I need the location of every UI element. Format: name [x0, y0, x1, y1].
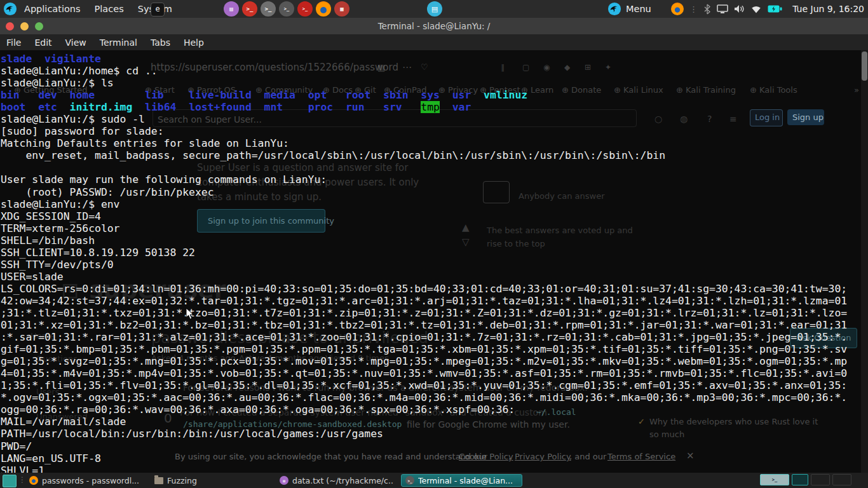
- workspace-2[interactable]: [792, 474, 808, 485]
- terminal-line: g=01;35:*.svgz=01;35:*.mng=01;35:*.pcx=0…: [1, 355, 847, 367]
- workspace-1[interactable]: >_: [760, 474, 789, 485]
- taskbar-item[interactable]: >_Terminal - slade@Lian...: [401, 474, 522, 487]
- terminal-launcher-darkred-icon[interactable]: >_: [297, 1, 313, 17]
- terminal-line: slade@LianYu:/$ sudo -l: [1, 113, 847, 125]
- menu-help[interactable]: Help: [184, 37, 204, 48]
- window-title: Terminal - slade@LianYu: /: [0, 18, 868, 34]
- terminal-line: SHELL=/bin/bash: [1, 234, 847, 247]
- show-desktop-button[interactable]: [3, 475, 17, 487]
- terminal-line: 01;31:*.xz=01;31:*.bz2=01;31:*.bz=01;31:…: [1, 319, 847, 331]
- terminal-line: SSH_CLIENT=10.8.19.129 50138 22: [1, 247, 847, 259]
- terminal-line: LANG=en_US.UTF-8: [1, 452, 847, 464]
- terminal-line: :*.sar=01;31:*.rar=01;31:*.alz=01;31:*.a…: [1, 331, 847, 343]
- clipboard-launcher-icon[interactable]: ▦: [334, 1, 349, 17]
- menu-terminal[interactable]: Terminal: [100, 37, 137, 48]
- launcher-group: ▤>_>_>_>_▦: [224, 1, 349, 17]
- terminal-line: TERM=xterm-256color: [1, 222, 847, 234]
- panel-menu-applications[interactable]: Applications: [24, 4, 81, 14]
- menu-file[interactable]: File: [6, 37, 21, 48]
- menu-label: Menu: [626, 4, 651, 14]
- terminal-line: slade@LianYu:/$ ls: [1, 77, 847, 89]
- volume-icon[interactable]: [734, 4, 745, 13]
- firefox-launcher-icon[interactable]: [316, 1, 331, 17]
- firefox-icon: [29, 476, 38, 485]
- terminal-line: 1;35:*.fli=01;35:*.flv=01;35:*.gl=01;35:…: [1, 379, 847, 391]
- top-panel: ApplicationsPlacesSystem e ▤>_>_>_>_▦ ▤ …: [0, 0, 868, 18]
- clock[interactable]: Tue Jun 9, 16:20: [792, 0, 864, 18]
- workspace-pager: >_: [760, 474, 851, 487]
- terminal-line: USER=slade: [1, 271, 847, 283]
- terminal-line: LS_COLORS=rs=0:di=01;34:ln=01;36:mh=00:p…: [1, 283, 847, 295]
- terminal-line: [sudo] password for slade:: [1, 125, 847, 137]
- terminal-line: slade vigilante: [1, 53, 847, 65]
- terminal-line: ;31:*.tlz=01;31:*.txz=01;31:*.tzo=01;31:…: [1, 307, 847, 319]
- menu-view[interactable]: View: [65, 37, 86, 48]
- terminal-scrollbar[interactable]: [861, 50, 868, 473]
- workspace-3[interactable]: [811, 474, 830, 485]
- terminal-menubar: FileEditViewTerminalTabsHelp: [0, 34, 868, 50]
- whisker-menu-button[interactable]: Menu: [607, 0, 651, 18]
- panel-menu-places[interactable]: Places: [95, 4, 124, 14]
- kali-menu-icon: [607, 2, 621, 16]
- terminal-line: Matching Defaults entries for slade on L…: [1, 137, 847, 149]
- menu-edit[interactable]: Edit: [34, 37, 51, 48]
- tray-separator: ⋮: [689, 4, 698, 14]
- document-icon: ▤: [280, 476, 288, 485]
- files-launcher-icon[interactable]: ▤: [224, 1, 239, 17]
- kali-logo-icon[interactable]: [3, 2, 17, 16]
- terminal-launcher-darkgray-icon[interactable]: >_: [279, 1, 294, 17]
- terminal-line: boot etc initrd.img lib64 lost+found mnt…: [1, 101, 847, 113]
- taskbar-item[interactable]: ▤data.txt (~/tryhackme/c...: [276, 474, 397, 487]
- workspace-4[interactable]: [832, 474, 851, 485]
- taskbar-item-label: Terminal - slade@Lian...: [418, 476, 513, 485]
- terminal-line: gif=01;35:*.bmp=01;35:*.pbm=01;35:*.pgm=…: [1, 343, 847, 355]
- terminal-line: bin dev home lib live-build media opt ro…: [1, 89, 847, 101]
- terminal-line: (root) PASSWD: /usr/bin/pkexec: [1, 186, 847, 198]
- system-tray: ⋮: [671, 0, 782, 18]
- taskbar-item-label: passwords - passwordl...: [42, 476, 139, 485]
- terminal-line: SSH_TTY=/dev/pts/0: [1, 259, 847, 271]
- bluetooth-icon[interactable]: [703, 4, 711, 15]
- terminal-icon: >_: [405, 476, 414, 485]
- network-icon[interactable]: [750, 5, 762, 13]
- taskbar-item[interactable]: Fuzzing: [151, 474, 272, 487]
- terminal-line: MAIL=/var/mail/slade: [1, 416, 847, 428]
- panel-applet-icon[interactable]: e: [151, 3, 165, 17]
- firefox-icon[interactable]: [671, 3, 684, 15]
- display-icon[interactable]: [717, 4, 728, 14]
- mouse-cursor: [186, 308, 194, 320]
- window-titlebar[interactable]: Terminal - slade@LianYu: /: [0, 18, 868, 34]
- terminal-line: slade@LianYu:/home$ cd ..: [1, 65, 847, 77]
- terminal-line: *.ogv=01;35:*.ogx=01;35:*.aac=00;36:*.au…: [1, 391, 847, 403]
- terminal-output: slade vigilanteslade@LianYu:/home$ cd ..…: [1, 53, 847, 477]
- folder-icon: [154, 477, 163, 484]
- terminal-line: 4=01;35:*.m4v=01;35:*.mp4v=01;35:*.vob=0…: [1, 367, 847, 379]
- terminal-line: [1, 161, 847, 173]
- terminal-line: slade@LianYu:/$ env: [1, 198, 847, 210]
- scrollbar-thumb[interactable]: [862, 51, 867, 81]
- taskbar: ⋮ passwords - passwordl...Fuzzing▤data.t…: [0, 473, 868, 488]
- terminal-line: ogg=00;36:*.ra=00;36:*.wav=00;36:*.axa=0…: [1, 403, 847, 416]
- terminal-line: XDG_SESSION_ID=4: [1, 210, 847, 222]
- terminal-line: PATH=/usr/local/bin:/usr/bin:/bin:/usr/l…: [1, 428, 847, 440]
- terminal-line: env_reset, mail_badpass, secure_path=/us…: [1, 149, 847, 161]
- terminal-launcher-gray-icon[interactable]: >_: [261, 1, 276, 17]
- terminal-line: 42:ow=34;42:st=37;44:ex=01;32:*.tar=01;3…: [1, 295, 847, 307]
- battery-icon[interactable]: [768, 5, 782, 13]
- taskbar-item-label: data.txt (~/tryhackme/c...: [292, 476, 393, 485]
- terminal-line: User slade may run the following command…: [1, 173, 847, 186]
- terminal-launcher-red-icon[interactable]: >_: [242, 1, 257, 17]
- notes-app-icon[interactable]: ▤: [427, 1, 442, 17]
- taskbar-item-label: Fuzzing: [167, 476, 197, 485]
- terminal-line: PWD=/: [1, 440, 847, 452]
- taskbar-item[interactable]: passwords - passwordl...: [25, 474, 147, 487]
- menu-tabs[interactable]: Tabs: [151, 37, 170, 48]
- panel-menu-group: ApplicationsPlacesSystem: [24, 0, 172, 18]
